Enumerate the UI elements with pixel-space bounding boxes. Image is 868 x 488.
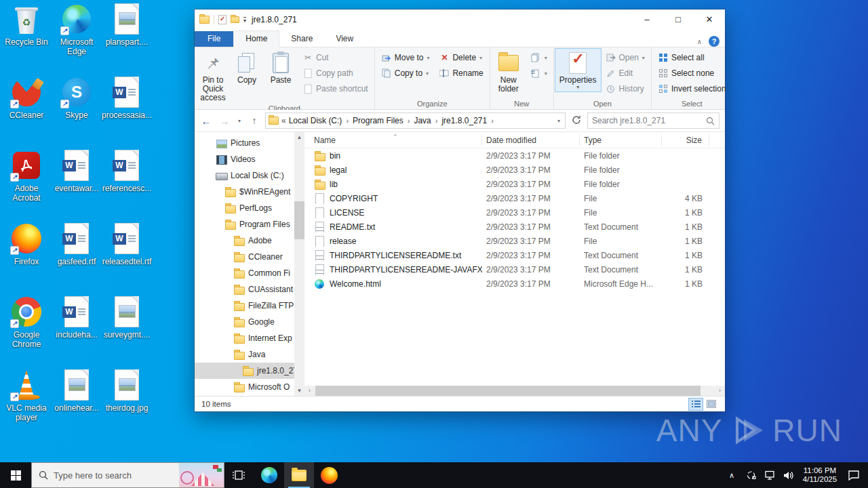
- column-header-date[interactable]: Date modified: [482, 134, 580, 146]
- paste-button[interactable]: Paste: [264, 49, 298, 86]
- taskbar-explorer-button[interactable]: [284, 462, 314, 488]
- desktop-icon-gasfeed-rtf[interactable]: W gasfeed.rtf: [52, 222, 102, 296]
- qat-customize-icon[interactable]: ▾: [243, 17, 246, 23]
- desktop-icon-recycle-bin[interactable]: ♻ Recycle Bin: [1, 3, 52, 76]
- desktop-icon-includeha-[interactable]: W includeha...: [52, 296, 102, 369]
- tree-item-perflogs[interactable]: PerfLogs: [195, 200, 294, 216]
- search-box[interactable]: Search jre1.8.0_271: [587, 113, 719, 129]
- tree-item-ccleaner[interactable]: CCleaner: [195, 249, 294, 265]
- desktop-icon-onlinehear-[interactable]: onlinehear...: [52, 369, 102, 442]
- taskbar-edge-button[interactable]: [254, 462, 284, 488]
- properties-button[interactable]: Properties ▾: [555, 49, 601, 92]
- hidden-icons-chevron[interactable]: ∧: [723, 462, 741, 488]
- collapse-ribbon-icon[interactable]: ∧: [697, 38, 702, 45]
- desktop-icon-microsoft-edge[interactable]: ↗ Microsoft Edge: [52, 3, 102, 76]
- edit-button[interactable]: Edit: [604, 66, 647, 80]
- desktop-icon-planspart-[interactable]: planspart....: [102, 3, 152, 76]
- large-icons-view-button[interactable]: [705, 399, 718, 410]
- tree-item-videos[interactable]: Videos: [195, 151, 294, 167]
- desktop-icon-referencesc-[interactable]: W referencesc...: [102, 149, 152, 222]
- desktop-icon-skype[interactable]: S↗ Skype: [52, 76, 102, 149]
- title-bar[interactable]: ▾ jre1.8.0_271 – □ ✕: [195, 9, 725, 30]
- pin-to-quick-access-button[interactable]: 📌︎ Pin to Quick access: [196, 49, 230, 104]
- new-item-button[interactable]: ▾: [528, 51, 549, 64]
- recent-locations-icon[interactable]: ▾: [235, 118, 243, 124]
- tree-item-program-files[interactable]: Program Files: [195, 216, 294, 232]
- select-all-button[interactable]: Select all: [656, 51, 728, 64]
- tree-item-pictures[interactable]: Pictures: [195, 135, 294, 151]
- qat-newfolder-icon[interactable]: [231, 16, 239, 23]
- breadcrumb-segment[interactable]: jre1.8.0_271: [441, 116, 487, 125]
- tree-item-local-disk-c-[interactable]: Local Disk (C:): [195, 167, 294, 184]
- file-row-thirdpartylicensereadme-txt[interactable]: THIRDPARTYLICENSEREADME.txt 2/9/2023 3:1…: [304, 248, 725, 262]
- cut-button[interactable]: ✂Cut: [300, 51, 370, 64]
- new-folder-button[interactable]: New folder: [492, 49, 526, 95]
- forward-button[interactable]: →: [217, 115, 232, 127]
- file-row-license[interactable]: LICENSE 2/9/2023 3:17 PM File 1 KB: [304, 205, 725, 220]
- tab-share[interactable]: Share: [279, 31, 324, 47]
- action-center-button[interactable]: [842, 462, 865, 488]
- column-header-type[interactable]: Type: [580, 134, 662, 146]
- invert-selection-button[interactable]: Invert selection: [656, 82, 728, 96]
- file-row-readme-txt[interactable]: README.txt 2/9/2023 3:17 PM Text Documen…: [304, 220, 725, 234]
- desktop-icon-adobe-acrobat[interactable]: ↗ Adobe Acrobat: [1, 149, 52, 222]
- desktop-icon-ccleaner[interactable]: ↗ CCleaner: [1, 76, 52, 149]
- scroll-left-icon[interactable]: ‹: [304, 386, 315, 396]
- desktop-icon-google-chrome[interactable]: ↗ Google Chrome: [1, 296, 52, 369]
- file-row-thirdpartylicensereadme-javafx-txt[interactable]: THIRDPARTYLICENSEREADME-JAVAFX.txt 2/9/2…: [304, 262, 725, 277]
- tab-home[interactable]: Home: [233, 30, 279, 47]
- tab-view[interactable]: View: [324, 31, 365, 47]
- file-row-legal[interactable]: legal 2/9/2023 3:17 PM File folder: [304, 163, 725, 177]
- tree-item-common-fi[interactable]: Common Fi: [195, 265, 294, 281]
- desktop-icon-vlc-media-player[interactable]: ↗ VLC media player: [1, 369, 52, 442]
- volume-icon[interactable]: [780, 462, 797, 488]
- taskbar-clock[interactable]: 11:06 PM 4/11/2025: [799, 466, 841, 484]
- copy-button[interactable]: Copy: [230, 49, 264, 86]
- tree-item-microsoft-o[interactable]: Microsoft O: [195, 379, 294, 395]
- open-button[interactable]: Open▾: [604, 51, 647, 64]
- tree-scrollbar[interactable]: ▲ ▼: [294, 132, 304, 396]
- file-row-welcome-html[interactable]: Welcome.html 2/9/2023 3:17 PM Microsoft …: [304, 277, 725, 291]
- hscrollbar-thumb[interactable]: [315, 386, 701, 396]
- tree-item-jre1-8-0-27[interactable]: jre1.8.0_27: [195, 363, 294, 379]
- move-to-button[interactable]: Move to▾: [379, 51, 432, 64]
- copy-path-button[interactable]: Copy path: [300, 66, 370, 80]
- tree-item--winreagent[interactable]: $WinREAgent: [195, 184, 294, 200]
- scroll-down-icon[interactable]: ▼: [294, 386, 304, 396]
- desktop-icon-releasedtel-rtf[interactable]: W releasedtel.rtf: [102, 222, 152, 296]
- column-header-name[interactable]: Name ⌃: [304, 134, 482, 146]
- minimize-button[interactable]: –: [631, 9, 663, 30]
- close-button[interactable]: ✕: [694, 9, 725, 30]
- details-view-button[interactable]: [689, 399, 703, 410]
- tree-item-filezilla-ftp[interactable]: FileZilla FTP: [195, 298, 294, 314]
- copy-to-button[interactable]: Copy to▾: [379, 66, 432, 80]
- network-icon[interactable]: [761, 462, 778, 488]
- start-button[interactable]: [0, 462, 31, 488]
- back-button[interactable]: ←: [199, 115, 214, 127]
- desktop-icon-processasia-[interactable]: W processasia...: [102, 76, 152, 149]
- scroll-right-icon[interactable]: ›: [715, 386, 725, 396]
- scroll-up-icon[interactable]: ▲: [294, 132, 304, 142]
- taskbar-search[interactable]: Type here to search: [31, 462, 224, 488]
- address-dropdown-icon[interactable]: ▾: [555, 118, 562, 124]
- file-row-release[interactable]: release 2/9/2023 3:17 PM File 1 KB: [304, 234, 725, 248]
- tree-item-adobe[interactable]: Adobe: [195, 232, 294, 249]
- tray-utility-icon[interactable]: [742, 462, 760, 488]
- tree-item-internet-exp[interactable]: Internet Exp: [195, 330, 294, 346]
- desktop-icon-theirdog-jpg[interactable]: theirdog.jpg: [102, 369, 152, 442]
- history-button[interactable]: History: [604, 82, 647, 96]
- paste-shortcut-button[interactable]: Paste shortcut: [300, 82, 370, 96]
- file-row-copyright[interactable]: COPYRIGHT 2/9/2023 3:17 PM File 4 KB: [304, 191, 725, 205]
- file-row-bin[interactable]: bin 2/9/2023 3:17 PM File folder: [304, 148, 725, 163]
- help-icon[interactable]: ?: [709, 36, 719, 47]
- column-header-size[interactable]: Size: [662, 134, 709, 146]
- select-none-button[interactable]: Select none: [656, 66, 728, 80]
- address-box[interactable]: «Local Disk (C:)›Program Files›Java›jre1…: [265, 113, 566, 129]
- tab-file[interactable]: File: [195, 31, 233, 47]
- tree-item-google[interactable]: Google: [195, 314, 294, 330]
- qat-properties-icon[interactable]: [218, 15, 226, 24]
- file-row-lib[interactable]: lib 2/9/2023 3:17 PM File folder: [304, 177, 725, 191]
- tree-item-cuassistant[interactable]: CUAssistant: [195, 281, 294, 298]
- delete-button[interactable]: ✕ Delete▾: [437, 51, 485, 64]
- taskbar-firefox-button[interactable]: [314, 462, 344, 488]
